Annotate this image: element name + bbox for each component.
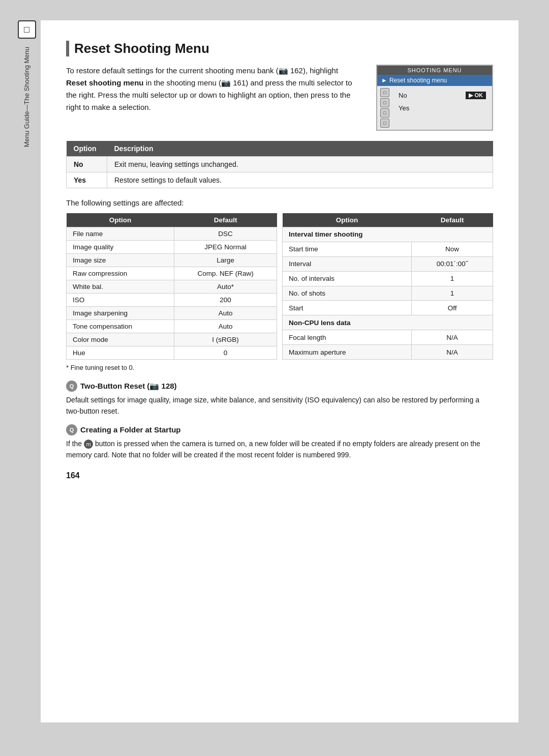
def-start-time: Now (412, 242, 493, 256)
def-file-name: DSC (174, 227, 277, 241)
opt-image-size: Image size (67, 254, 174, 267)
tip-creating-folder: Q Creating a Folder at Startup If the m … (66, 424, 493, 461)
cam-icon-1: □ (380, 88, 389, 97)
tip1-title-text: Two-Button Reset (📷 128) (80, 382, 177, 391)
options-col1: Option (67, 141, 107, 157)
camera-screen-item: ► Reset shooting menu (377, 75, 492, 86)
settings-left-table: Option Default File nameDSC Image qualit… (66, 213, 277, 360)
interval-header-label: Interval timer shooting (283, 227, 493, 242)
def-focal-length: N/A (412, 330, 493, 345)
tip1-title: Q Two-Button Reset (📷 128) (66, 381, 493, 392)
def-no-intervals: 1 (412, 271, 493, 286)
opt-hue: Hue (67, 346, 174, 360)
opt-color-mode: Color mode (67, 333, 174, 346)
options-col2: Description (107, 141, 493, 157)
table-row: White bal.Auto* (67, 280, 277, 294)
camera-screen-item-label: Reset shooting menu (389, 77, 447, 84)
right-col-default: Default (412, 213, 493, 227)
camera-no-label: No (399, 92, 407, 99)
def-image-quality: JPEG Normal (174, 241, 277, 254)
camera-screen-body: No ▶ OK Yes (392, 86, 492, 130)
tip2-body: If the m button is pressed when the came… (66, 438, 493, 461)
tip-two-button-reset: Q Two-Button Reset (📷 128) Default setti… (66, 381, 493, 417)
left-col-default: Default (174, 213, 277, 227)
opt-focal-length: Focal length (283, 330, 412, 345)
intro-bold: Reset shooting menu (66, 78, 144, 87)
right-col-option: Option (283, 213, 412, 227)
table-row: Raw compressionComp. NEF (Raw) (67, 267, 277, 280)
opt-image-quality: Image quality (67, 241, 174, 254)
tip2-title: Q Creating a Folder at Startup (66, 424, 493, 435)
intro-text-1: To restore default settings for the curr… (66, 66, 338, 75)
def-max-aperture: N/A (412, 345, 493, 360)
table-row: No. of shots1 (283, 286, 493, 301)
non-cpu-header-label: Non-CPU lens data (283, 315, 493, 330)
opt-white-bal: White bal. (67, 280, 174, 294)
opt-file-name: File name (67, 227, 174, 241)
intro-section: To restore default settings for the curr… (66, 65, 493, 131)
camera-icons: □ □ □ □ (377, 86, 392, 130)
camera-no-row: No ▶ OK (396, 89, 488, 102)
page-number: 164 (66, 471, 493, 480)
table-row: File nameDSC (67, 227, 277, 241)
def-hue: 0 (174, 346, 277, 360)
table-row: Start timeNow (283, 242, 493, 256)
def-color-mode: I (sRGB) (174, 333, 277, 346)
opt-image-sharpening: Image sharpening (67, 307, 174, 320)
def-iso: 200 (174, 294, 277, 307)
cam-icon-2: □ (380, 98, 389, 107)
settings-tables: Option Default File nameDSC Image qualit… (66, 213, 493, 360)
table-row: Focal lengthN/A (283, 330, 493, 345)
side-tab-text: Menu Guide—The Shooting Menu (23, 47, 30, 147)
cam-icon-4: □ (380, 119, 389, 128)
table-row: Image sizeLarge (67, 254, 277, 267)
non-cpu-section-header: Non-CPU lens data (283, 315, 493, 330)
def-interval: 00:01´:00˝ (412, 256, 493, 271)
cam-icon-3: □ (380, 108, 389, 118)
side-tab: □ Menu Guide—The Shooting Menu (13, 20, 41, 722)
opt-start: Start (283, 301, 412, 315)
tip1-icon: Q (66, 381, 77, 392)
intro-paragraph: To restore default settings for the curr… (66, 65, 361, 131)
opt-max-aperture: Maximum aperture (283, 345, 412, 360)
table-row: Interval00:01´:00˝ (283, 256, 493, 271)
tip2-icon: Q (66, 424, 77, 435)
camera-ok-badge: ▶ OK (466, 92, 486, 99)
opt-iso: ISO (67, 294, 174, 307)
table-row: Color modeI (sRGB) (67, 333, 277, 346)
table-row: Yes Restore settings to default values. (67, 172, 493, 188)
camera-screen-arrow: ► (381, 77, 387, 84)
footnote: * Fine tuning reset to 0. (66, 364, 493, 371)
opt-tone-compensation: Tone compensation (67, 320, 174, 333)
opt-raw-compression: Raw compression (67, 267, 174, 280)
table-row: ISO200 (67, 294, 277, 307)
settings-right-table: Option Default Interval timer shooting S… (282, 213, 493, 360)
following-label: The following settings are affected: (66, 198, 493, 207)
opt-no-intervals: No. of intervals (283, 271, 412, 286)
table-row: Image qualityJPEG Normal (67, 241, 277, 254)
table-row: Hue0 (67, 346, 277, 360)
option-no-desc: Exit menu, leaving settings unchanged. (107, 157, 493, 172)
interval-section-header: Interval timer shooting (283, 227, 493, 242)
camera-yes-label: Yes (399, 104, 409, 112)
table-row: Image sharpeningAuto (67, 307, 277, 320)
def-image-size: Large (174, 254, 277, 267)
table-row: Maximum apertureN/A (283, 345, 493, 360)
option-no: No (67, 157, 107, 172)
camera-screen-title: Shooting Menu (377, 66, 492, 75)
camera-yes-row: Yes (396, 102, 488, 114)
camera-button-icon: m (84, 440, 93, 449)
def-white-bal: Auto* (174, 280, 277, 294)
opt-start-time: Start time (283, 242, 412, 256)
table-row: Tone compensationAuto (67, 320, 277, 333)
options-table: Option Description No Exit menu, leaving… (66, 141, 493, 188)
def-tone-compensation: Auto (174, 320, 277, 333)
tip2-title-text: Creating a Folder at Startup (80, 425, 181, 434)
camera-icon: □ (18, 20, 36, 39)
table-row: No Exit menu, leaving settings unchanged… (67, 157, 493, 172)
table-row: No. of intervals1 (283, 271, 493, 286)
page-title: Reset Shooting Menu (66, 41, 493, 56)
opt-no-shots: No. of shots (283, 286, 412, 301)
def-no-shots: 1 (412, 286, 493, 301)
def-start: Off (412, 301, 493, 315)
